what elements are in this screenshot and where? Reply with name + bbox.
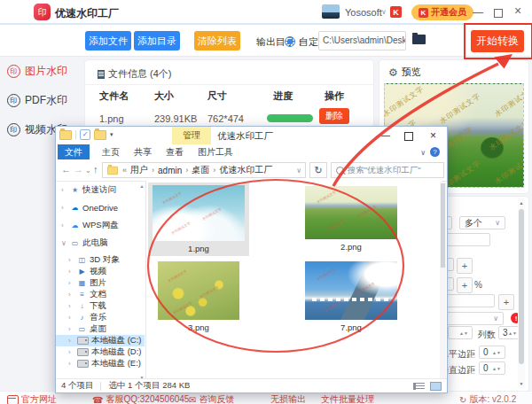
refresh-button[interactable]: ↻ bbox=[309, 162, 327, 178]
crumb-desktop[interactable]: 桌面 bbox=[192, 164, 209, 176]
scroll-up-icon[interactable]: ▲ bbox=[138, 183, 145, 189]
font-plus-button[interactable]: + bbox=[498, 294, 514, 310]
add-directory-button[interactable]: 添加目录 bbox=[134, 31, 180, 50]
explorer-maximize-button[interactable] bbox=[404, 132, 413, 141]
spinner-arrows-icon[interactable]: ▲▼ bbox=[492, 351, 501, 354]
cloud-icon: ☁ bbox=[70, 221, 80, 229]
scrollbar-thumb[interactable] bbox=[441, 183, 445, 268]
tree-wps-drive[interactable]: ›☁WPS网盘 bbox=[56, 219, 145, 232]
tree-quick-access[interactable]: ›★快速访问 bbox=[56, 183, 145, 197]
output-path-input[interactable]: C:\Users\admin\Deskto bbox=[318, 31, 406, 50]
size-plus-button[interactable]: + bbox=[457, 258, 473, 274]
details-view-icon[interactable] bbox=[413, 383, 425, 390]
tree-3d-objects[interactable]: ›◫3D 对象 bbox=[56, 254, 145, 266]
help-icon[interactable]: ? bbox=[430, 147, 440, 157]
search-box[interactable]: 搜索"优速水印工厂" bbox=[331, 162, 444, 178]
forward-icon[interactable]: → bbox=[74, 164, 83, 175]
version-label: 版本: v2.0.2 bbox=[469, 393, 516, 404]
qat-dropdown-icon[interactable]: ▾ bbox=[110, 131, 113, 138]
file-area-scrollbar[interactable] bbox=[440, 182, 446, 378]
file-item-7[interactable]: 水印测试文字 水印测试文字 水印测试文字 7.png bbox=[301, 259, 402, 335]
tree-scrollbar[interactable]: ▲ ▼ bbox=[138, 183, 145, 380]
breadcrumb[interactable]: « 用户 › admin › 桌面 › 优速水印工厂 ∨ bbox=[102, 162, 306, 178]
explorer-minimize-button[interactable]: — bbox=[381, 130, 390, 140]
manage-context-tab[interactable]: 管理 bbox=[172, 127, 211, 144]
tree-downloads[interactable]: ›↓下载 bbox=[56, 300, 145, 312]
open-vip-button[interactable]: K 开通会员 bbox=[411, 4, 473, 20]
tree-videos[interactable]: ›▶视频 bbox=[56, 266, 145, 277]
tree-desktop[interactable]: ›▭桌面 bbox=[56, 323, 145, 335]
document-icon: ≡ bbox=[77, 291, 87, 299]
back-icon[interactable]: ← bbox=[61, 164, 71, 175]
file-item-3[interactable]: 水印测试文字 水印测试文字 水印测试文字 3.png bbox=[153, 259, 244, 335]
opacity-plus-button[interactable]: + bbox=[457, 277, 473, 293]
v-margin-value: 0 bbox=[483, 363, 489, 373]
feature-batch-label: 文件批量处理 bbox=[321, 393, 374, 404]
thumbnail-2: 水印测试文字 水印测试文字 水印测试文字 bbox=[305, 186, 397, 239]
cloud-icon: ☁ bbox=[70, 204, 80, 212]
spinner-arrows-icon[interactable]: ▲▼ bbox=[459, 331, 468, 335]
spinner-arrows-icon[interactable]: ▲▼ bbox=[508, 331, 517, 335]
close-button[interactable]: × bbox=[514, 5, 521, 16]
ribbon-collapse-icon[interactable]: ∨ bbox=[420, 149, 426, 157]
refresh-icon[interactable]: ↻ bbox=[459, 395, 466, 404]
tree-pictures[interactable]: ›▦图片 bbox=[56, 277, 145, 289]
tree-disk-e[interactable]: ›本地磁盘 (E:) bbox=[56, 358, 145, 369]
search-icon bbox=[336, 167, 344, 175]
tab-picture-tools[interactable]: 图片工具 bbox=[191, 144, 240, 159]
feedback-link[interactable]: ✉ 咨询反馈 bbox=[189, 393, 234, 404]
delete-button[interactable]: 删除 bbox=[319, 108, 349, 124]
scroll-down-icon[interactable]: ▼ bbox=[518, 381, 525, 386]
tab-home[interactable]: 主页 bbox=[95, 144, 127, 159]
app-titlebar: 印 优速水印工厂 Yososoft ∨ K K 开通会员 — × bbox=[0, 0, 532, 25]
settings-scrollbar[interactable]: ▲ ▼ bbox=[518, 198, 525, 388]
maximize-button[interactable] bbox=[494, 9, 503, 18]
tab-file[interactable]: 文件 bbox=[58, 144, 90, 159]
up-icon[interactable]: ↑ bbox=[93, 164, 98, 175]
clear-list-button[interactable]: 清除列表 bbox=[194, 31, 240, 50]
folder-icon[interactable] bbox=[94, 130, 106, 140]
account-chevron-down-icon[interactable]: ∨ bbox=[381, 8, 387, 16]
history-drop-icon[interactable]: ⌄ bbox=[85, 167, 91, 175]
file-panel-title: 文件信息 (4个) bbox=[108, 67, 172, 81]
tree-this-pc[interactable]: ∨▭此电脑 bbox=[56, 237, 145, 250]
rows-stepper[interactable]: ▲▼ bbox=[448, 326, 473, 339]
spinner-arrows-icon[interactable]: ▲▼ bbox=[492, 367, 501, 370]
browse-folder-icon[interactable] bbox=[412, 35, 426, 44]
v-margin-stepper[interactable]: 0 ▲▼ bbox=[479, 361, 505, 375]
tab-view[interactable]: 查看 bbox=[159, 144, 191, 159]
multi-select[interactable]: 多个 ∨ bbox=[459, 216, 505, 229]
tree-disk-d[interactable]: ›本地磁盘 (D:) bbox=[56, 346, 145, 358]
folder-icon[interactable] bbox=[59, 130, 72, 140]
app-window: 印 优速水印工厂 Yososoft ∨ K K 开通会员 — × 添加文件 添加… bbox=[0, 0, 532, 404]
nav-item-image-watermark[interactable]: 印 图片水印 bbox=[0, 57, 80, 86]
file-item-2[interactable]: 水印测试文字 水印测试文字 水印测试文字 2.png bbox=[301, 183, 402, 254]
account-name[interactable]: Yososoft bbox=[345, 7, 382, 18]
h-margin-stepper[interactable]: 0 ▲▼ bbox=[479, 346, 505, 359]
explorer-close-button[interactable]: × bbox=[430, 129, 436, 142]
tree-music[interactable]: ›♪音乐 bbox=[56, 312, 145, 323]
start-convert-button[interactable]: 开始转换 bbox=[471, 30, 524, 52]
add-file-button[interactable]: 添加文件 bbox=[85, 31, 131, 50]
tree-documents[interactable]: ›≡文档 bbox=[56, 289, 145, 300]
scroll-up-icon[interactable]: ▲ bbox=[518, 200, 525, 206]
official-site-link[interactable]: 官方网址 bbox=[7, 393, 57, 404]
custom-radio[interactable] bbox=[285, 36, 295, 47]
desktop-icon: ▭ bbox=[77, 325, 87, 333]
minimize-button[interactable]: — bbox=[473, 7, 483, 18]
percent-label: % bbox=[474, 280, 482, 290]
chevron-down-icon[interactable]: ∨ bbox=[296, 167, 301, 175]
tree-onedrive[interactable]: ›☁OneDrive bbox=[56, 201, 145, 214]
properties-check-icon[interactable]: ✓ bbox=[80, 129, 90, 140]
tab-share[interactable]: 共享 bbox=[127, 144, 159, 159]
thumbnail-view-icon[interactable] bbox=[430, 382, 442, 391]
avatar[interactable] bbox=[322, 4, 340, 19]
stamp-icon: 印 bbox=[7, 94, 20, 107]
crumb-users[interactable]: 用户 bbox=[130, 164, 148, 176]
file-item-1[interactable]: 水印测试文字 水印测试文字 水印测试文字 1.png bbox=[148, 183, 249, 256]
crumb-admin[interactable]: admin bbox=[158, 166, 182, 175]
tree-disk-c[interactable]: ›本地磁盘 (C:) bbox=[56, 335, 145, 346]
crumb-current[interactable]: 优速水印工厂 bbox=[219, 164, 272, 176]
nav-item-pdf-watermark[interactable]: 印 PDF水印 bbox=[0, 86, 80, 115]
scrollbar-thumb[interactable] bbox=[519, 209, 524, 364]
